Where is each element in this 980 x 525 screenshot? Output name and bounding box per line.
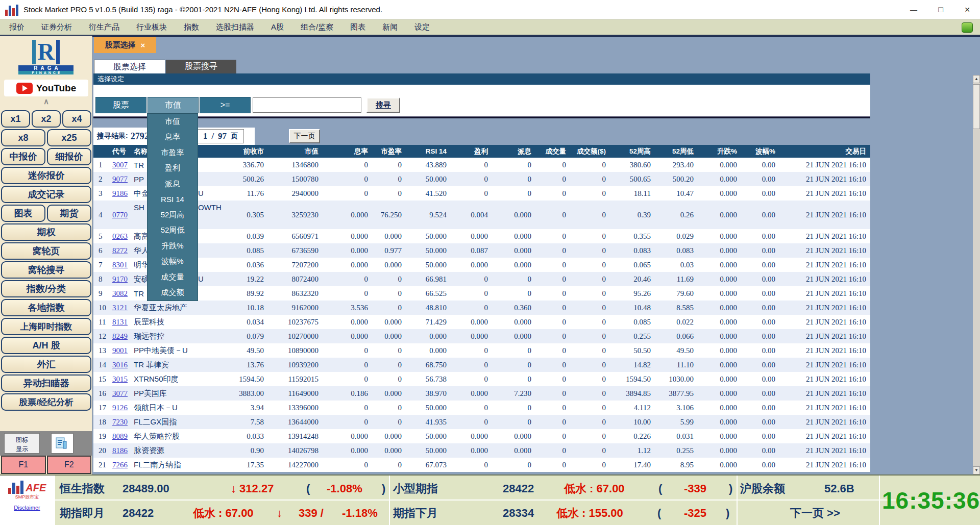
stock-code-link[interactable]: 9186 [111,189,133,198]
sidebar-collapse-chevron-icon[interactable]: ∧ [0,97,92,108]
cell-成交额($): 0 [570,211,610,219]
criteria-combo[interactable]: 市值 [148,97,199,113]
stock-code-link[interactable]: 8186 [111,446,133,455]
criteria-value-input[interactable] [253,97,361,113]
subtab-stock-selection[interactable]: 股票选择 [94,60,165,73]
stock-code-link[interactable]: 9170 [111,275,133,284]
stock-code-link[interactable]: 3082 [111,289,133,298]
stock-name: FL二南方纳指 [133,460,209,470]
sidebar-button-股票/经纪分析[interactable]: 股票/经纪分析 [1,393,91,411]
stock-code-link[interactable]: 8272 [111,246,133,255]
sidebar-button-成交记录[interactable]: 成交记录 [1,186,91,203]
sidebar-button-A/H 股[interactable]: A/H 股 [1,337,91,354]
operator-button[interactable]: >= [200,97,251,113]
sidebar-icon-strip: 图标 显示 [0,431,92,456]
sidebar-button-图表[interactable]: 图表 [1,205,45,222]
dropdown-item-9[interactable]: 波幅% [148,254,198,270]
dropdown-item-1[interactable]: 息率 [148,130,198,145]
dropdown-item-6[interactable]: 52周高 [148,207,198,223]
fkey-F2[interactable]: F2 [47,456,92,474]
sidebar-button-迷你报价[interactable]: 迷你报价 [1,167,91,184]
tab-close-icon[interactable]: × [141,41,145,49]
cell-RSI 14: 41.520 [406,189,451,198]
menu-item-7[interactable]: 组合/监察 [301,22,333,32]
stock-code-link[interactable]: 0263 [111,232,133,241]
menu-item-10[interactable]: 设定 [414,22,430,32]
subtab-stock-search[interactable]: 股票搜寻 [166,60,236,73]
stock-code-link[interactable]: 0770 [111,211,133,219]
sidebar-button-各地指数[interactable]: 各地指数 [1,299,91,316]
sidebar-button-异动扫瞄器[interactable]: 异动扫瞄器 [1,374,91,392]
cell-成交额($): 0 [570,346,610,355]
sidebar-button-x1[interactable]: x1 [1,110,30,128]
menu-item-9[interactable]: 新闻 [382,22,398,32]
search-button[interactable]: 搜寻 [366,97,400,113]
sidebar-button-期权[interactable]: 期权 [1,223,91,241]
menu-item-6[interactable]: A股 [271,22,284,32]
menu-item-3[interactable]: 行业板块 [136,22,167,32]
stock-code-link[interactable]: 3077 [111,389,133,398]
vertical-scrollbar[interactable]: ▲ ▼ [973,75,980,474]
youtube-button[interactable]: YouTube [4,80,88,96]
maximize-button[interactable]: □ [928,0,953,19]
stock-type-button[interactable]: 股票 [95,97,146,113]
sidebar-button-外汇[interactable]: 外汇 [1,356,91,373]
close-button[interactable]: ✕ [954,0,980,19]
stock-code-link[interactable]: 8131 [111,318,133,327]
next-page-button[interactable]: 下一页 [289,129,320,143]
stock-code-link[interactable]: 3007 [111,161,133,169]
dropdown-item-7[interactable]: 52周低 [148,223,198,239]
dropdown-item-4[interactable]: 派息 [148,176,198,192]
stock-code-link[interactable]: 3015 [111,375,133,384]
dropdown-item-0[interactable]: 市值 [148,114,198,130]
sidebar-button-上海即时指数[interactable]: 上海即时指数 [1,318,91,335]
sidebar-button-row: 中报价细报价 [1,148,91,165]
scrollbar-thumb[interactable] [973,84,980,129]
stock-code-link[interactable]: 9126 [111,404,133,412]
menu-item-1[interactable]: 证券分析 [41,22,72,32]
stock-code-link[interactable]: 9077 [111,175,133,184]
stock-code-link[interactable]: 9001 [111,346,133,355]
report-view-button[interactable] [51,433,74,454]
window-title: Stock Market PRO 5 v1.0.5 (Build 135) ra… [23,0,382,19]
sidebar-button-x4[interactable]: x4 [62,110,91,128]
sidebar-button-细报价[interactable]: 细报价 [47,148,91,165]
sidebar-button-x2[interactable]: x2 [32,110,61,128]
stock-code-link[interactable]: 8089 [111,432,133,441]
sidebar-button-窝轮搜寻[interactable]: 窝轮搜寻 [1,261,91,279]
sidebar-button-期货[interactable]: 期货 [47,205,91,222]
stock-code-link[interactable]: 7266 [111,461,133,469]
tab-stock-selection[interactable]: 股票选择 × [94,37,156,53]
fkey-F1[interactable]: F1 [1,456,46,474]
sidebar-button-x8[interactable]: x8 [1,129,45,146]
icon-display-button[interactable]: 图标 显示 [4,433,40,454]
column-header-3: 前收市 [209,147,268,156]
menu-item-0[interactable]: 报价 [9,22,24,32]
menu-item-2[interactable]: 衍生产品 [89,22,119,32]
sidebar-button-x25[interactable]: x25 [47,129,91,146]
minimize-button[interactable]: — [901,0,926,19]
scroll-up-icon[interactable]: ▲ [973,75,980,83]
stock-code-link[interactable]: 8301 [111,261,133,269]
dropdown-item-3[interactable]: 盈利 [148,161,198,177]
dropdown-item-2[interactable]: 市盈率 [148,145,198,161]
scroll-down-icon[interactable]: ▼ [973,466,980,474]
dropdown-item-8[interactable]: 升跌% [148,238,198,254]
cell-交易日: 21 JUN 2021 16:10 [779,304,870,312]
sidebar-button-指数/分类[interactable]: 指数/分类 [1,280,91,297]
stock-code-link[interactable]: 8249 [111,332,133,341]
stock-code-link[interactable]: 7230 [111,418,133,427]
dropdown-item-5[interactable]: RSI 14 [148,192,198,208]
menu-item-4[interactable]: 指数 [184,22,199,32]
status-cell[interactable]: 下一页 >> [790,502,840,524]
stock-code-link[interactable]: 3121 [111,304,133,312]
dropdown-item-10[interactable]: 成交量 [148,269,198,285]
disclaimer-link[interactable]: Disclaimer [0,505,54,511]
sidebar-button-中报价[interactable]: 中报价 [1,148,45,165]
status-cell: -339 [684,478,706,500]
sidebar-button-窝轮页[interactable]: 窝轮页 [1,242,91,260]
menu-item-8[interactable]: 图表 [350,22,365,32]
stock-code-link[interactable]: 3016 [111,361,133,369]
menu-item-5[interactable]: 选股扫描器 [216,22,254,32]
dropdown-item-11[interactable]: 成交额 [148,285,198,301]
